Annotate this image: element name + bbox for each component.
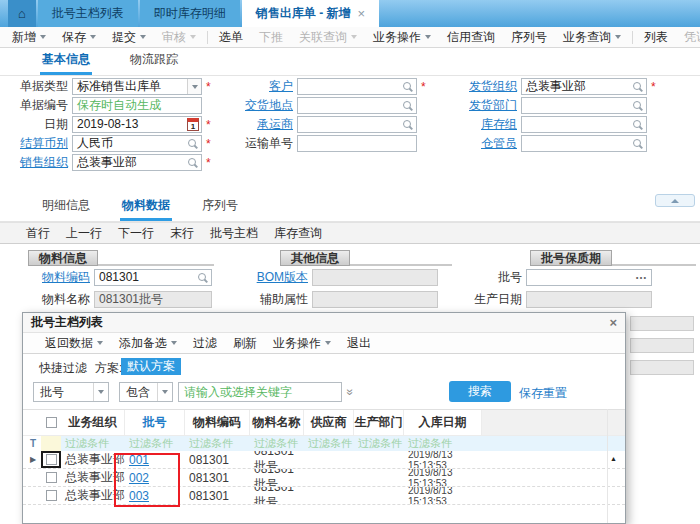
sales-org-label-link[interactable]: 销售组织 <box>4 154 68 171</box>
chevron-down-icon[interactable] <box>93 383 108 401</box>
ship-org-label-link[interactable]: 发货组织 <box>429 78 517 95</box>
filter-field-select[interactable]: 批号 <box>33 382 109 402</box>
select-all-checkbox[interactable] <box>41 410 61 435</box>
tab-batch-master-list[interactable]: 批号主档列表 <box>38 0 138 27</box>
search-icon[interactable] <box>633 139 643 149</box>
row-checkbox-cell[interactable] <box>41 487 61 504</box>
col-header-org[interactable]: 业务组织 <box>61 410 125 435</box>
col-header-batch[interactable]: 批号 <box>125 410 185 435</box>
search-icon[interactable] <box>633 82 643 92</box>
delivery-place-input[interactable] <box>297 97 417 114</box>
serial-no-button[interactable]: 序列号 <box>503 29 555 46</box>
new-button[interactable]: 新增 <box>4 29 54 46</box>
dialog-biz-action-button[interactable]: 业务操作 <box>265 335 339 352</box>
first-row-button[interactable]: 首行 <box>18 225 58 242</box>
col-header-code[interactable]: 物料编码 <box>185 410 250 435</box>
carrier-input[interactable] <box>297 116 417 133</box>
tab-basic-info[interactable]: 基本信息 <box>40 48 92 75</box>
close-icon[interactable]: × <box>358 6 366 21</box>
material-code-label-link[interactable]: 物料编码 <box>30 269 90 286</box>
col-header-dept[interactable]: 生产部门 <box>354 410 404 435</box>
add-candidate-button[interactable]: 添加备选 <box>111 335 185 352</box>
biz-query-button[interactable]: 业务查询 <box>555 29 629 46</box>
chevron-down-icon[interactable] <box>187 79 201 94</box>
search-icon[interactable] <box>188 158 198 168</box>
search-icon[interactable] <box>403 82 413 92</box>
material-code-input[interactable]: 081301 <box>94 269 212 286</box>
tab-sales-outbound-new[interactable]: 销售出库单 - 新增 × <box>242 0 379 27</box>
table-row[interactable]: ▶ 总装事业部 001 081301 081301批号 2019/8/13 15… <box>23 451 625 469</box>
date-input[interactable]: 2019-08-13 1 <box>72 116 202 133</box>
search-icon[interactable] <box>403 120 413 130</box>
search-icon[interactable] <box>633 101 643 111</box>
cell-batch-link[interactable]: 001 <box>125 451 185 468</box>
scroll-up-icon[interactable]: ▲ <box>610 455 617 462</box>
sales-org-input[interactable]: 总装事业部 <box>72 154 202 171</box>
delivery-place-label-link[interactable]: 交货地点 <box>209 97 293 114</box>
tab-realtime-inventory[interactable]: 即时库存明细 <box>140 0 240 27</box>
col-header-supplier[interactable]: 供应商 <box>304 410 354 435</box>
keyword-input[interactable]: 请输入或选择关键字 <box>178 382 342 402</box>
cell-batch-link[interactable]: 002 <box>125 469 185 486</box>
credit-query-button[interactable]: 信用查询 <box>439 29 503 46</box>
currency-label-link[interactable]: 结算币别 <box>4 135 68 152</box>
close-icon[interactable]: × <box>609 315 617 330</box>
filter-button[interactable]: 过滤 <box>185 335 225 352</box>
stock-group-label-link[interactable]: 库存组 <box>429 116 517 133</box>
search-icon[interactable] <box>188 139 198 149</box>
filter-cell-name[interactable]: 过滤条件 <box>250 436 304 451</box>
filter-cell-supplier[interactable]: 过滤条件 <box>304 436 354 451</box>
next-row-button[interactable]: 下一行 <box>110 225 162 242</box>
filter-operator-select[interactable]: 包含 <box>119 382 173 402</box>
last-row-button[interactable]: 末行 <box>162 225 202 242</box>
ellipsis-icon[interactable]: … <box>635 269 648 283</box>
refresh-button[interactable]: 刷新 <box>225 335 265 352</box>
cell-batch-link[interactable]: 003 <box>125 487 185 504</box>
row-checkbox-cell[interactable] <box>41 451 61 468</box>
search-button[interactable]: 搜索 <box>449 381 511 402</box>
filter-cell-date[interactable]: 过滤条件 <box>404 436 482 451</box>
filter-cell-code[interactable]: 过滤条件 <box>185 436 250 451</box>
batch-no-input[interactable]: … <box>526 269 652 286</box>
col-header-date[interactable]: 入库日期 <box>404 410 482 435</box>
search-icon[interactable] <box>403 101 413 111</box>
doc-no-input[interactable]: 保存时自动生成 <box>72 97 202 114</box>
bom-version-label-link[interactable]: BOM版本 <box>250 269 308 286</box>
filter-cell-org[interactable]: 过滤条件 <box>61 436 125 451</box>
reset-link[interactable]: 重置 <box>543 385 567 402</box>
calendar-icon[interactable]: 1 <box>187 118 199 131</box>
submit-button[interactable]: 提交 <box>104 29 154 46</box>
select-order-button[interactable]: 选单 <box>211 29 251 46</box>
save-button[interactable]: 保存 <box>54 29 104 46</box>
search-icon[interactable] <box>198 273 208 283</box>
ship-dept-label-link[interactable]: 发货部门 <box>429 97 517 114</box>
table-row[interactable]: 总装事业部 002 081301 081301批号 2019/8/13 15:1… <box>23 469 625 487</box>
table-row[interactable]: 总装事业部 003 081301 081301批号 2019/8/13 15:1… <box>23 487 625 505</box>
ship-dept-input[interactable] <box>521 97 647 114</box>
filter-cell-batch[interactable]: 过滤条件 <box>125 436 185 451</box>
tab-logistics-tracking[interactable]: 物流跟踪 <box>128 48 180 75</box>
row-checkbox-cell[interactable] <box>41 469 61 486</box>
stock-group-input[interactable] <box>521 116 647 133</box>
customer-input[interactable] <box>297 78 417 95</box>
warehouse-keeper-label-link[interactable]: 仓管员 <box>429 135 517 152</box>
prev-row-button[interactable]: 上一行 <box>58 225 110 242</box>
stock-query-button[interactable]: 库存查询 <box>266 225 330 242</box>
biz-action-button[interactable]: 业务操作 <box>365 29 439 46</box>
carrier-label-link[interactable]: 承运商 <box>209 116 293 133</box>
ship-org-input[interactable]: 总装事业部 <box>521 78 647 95</box>
return-data-button[interactable]: 返回数据 <box>37 335 111 352</box>
col-header-name[interactable]: 物料名称 <box>250 410 304 435</box>
batch-master-button[interactable]: 批号主档 <box>202 225 266 242</box>
default-scheme-badge[interactable]: 默认方案 <box>121 358 181 375</box>
expand-more-icon[interactable]: » <box>343 389 357 396</box>
chevron-down-icon[interactable] <box>157 383 172 401</box>
tab-serial-no[interactable]: 序列号 <box>200 194 240 221</box>
save-scheme-link[interactable]: 保存 <box>519 385 543 402</box>
transport-no-input[interactable] <box>297 135 417 152</box>
home-tab[interactable]: ⌂ <box>8 0 36 27</box>
dialog-exit-button[interactable]: 退出 <box>339 335 379 352</box>
customer-label-link[interactable]: 客户 <box>209 78 293 95</box>
filter-cell-dept[interactable]: 过滤条件 <box>354 436 404 451</box>
currency-input[interactable]: 人民币 <box>72 135 202 152</box>
